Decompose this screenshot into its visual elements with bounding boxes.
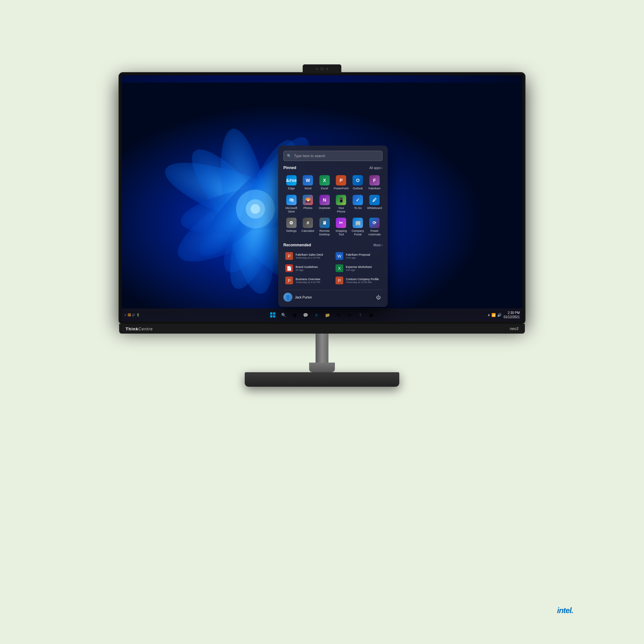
taskbar-extra-icon[interactable]: ▣ xyxy=(366,310,376,320)
word-label: Word xyxy=(305,187,311,190)
company-label: Company Portal xyxy=(350,229,365,236)
taskbar-edge-icon[interactable]: e xyxy=(312,310,321,320)
snipping-icon: ✂ xyxy=(336,218,346,228)
rec-time: Yesterday at 1:15 PM xyxy=(296,256,330,259)
pinned-section: Pinned All apps › &#xeEdgeWWordXExcelPPo… xyxy=(283,166,383,238)
app-item-snipping[interactable]: ✂Snipping Tool xyxy=(333,216,349,238)
phone-icon: 📱 xyxy=(336,195,346,205)
excel-label: Excel xyxy=(321,187,328,190)
date-display: 01/12/2021 xyxy=(504,315,520,319)
recommended-item[interactable]: XExpense Worksheet12h ago xyxy=(334,263,383,274)
recommended-item[interactable]: 📄Brand Guidelines2h ago xyxy=(283,263,332,274)
app-item-fabrikam[interactable]: FFabrikam xyxy=(366,173,383,192)
fabrikam-label: Fabrikam xyxy=(368,187,381,190)
pinned-label: Pinned xyxy=(283,166,296,170)
monitor-bezel: 🔍 Type here to search Pinned All apps › … xyxy=(119,73,525,324)
rec-title: Business Overview xyxy=(296,278,330,281)
rec-text-block: Contoso Company ProfileYesterday at 10:5… xyxy=(346,278,381,284)
taskbar-widgets-button[interactable]: ▦ xyxy=(290,310,299,320)
app-item-outlook[interactable]: OOutlook xyxy=(350,173,365,192)
svg-point-11 xyxy=(251,204,260,214)
rec-time: Yesterday at 4:24 PM xyxy=(296,281,330,284)
settings-icon: ⚙ xyxy=(286,218,297,228)
power-button[interactable]: ⏻ xyxy=(374,293,383,301)
rec-title: Expense Worksheet xyxy=(346,265,381,269)
app-item-photos[interactable]: 🌄Photos xyxy=(300,193,316,215)
windows-start-button[interactable] xyxy=(268,310,278,320)
app-item-whiteboard[interactable]: 🖊Whiteboard xyxy=(366,193,383,215)
snipping-label: Snipping Tool xyxy=(334,229,348,236)
taskbar-right: ∧ 📶 🔊 2:30 PM 01/12/2021 xyxy=(488,311,520,319)
user-name: Jack Purton xyxy=(295,296,312,299)
onenote-icon: N xyxy=(319,195,330,205)
taskbar-left: ∧ 📶 🔊 🔋 xyxy=(124,313,189,317)
powerpoint-icon: P xyxy=(336,175,346,185)
all-apps-link[interactable]: All apps › xyxy=(369,166,383,170)
store-label: Microsoft Store xyxy=(284,206,298,213)
rec-time: 17m ago xyxy=(346,256,381,259)
rec-file-icon: X xyxy=(336,264,343,272)
store-icon: 🛍 xyxy=(286,195,297,205)
rec-time: 12h ago xyxy=(346,269,381,271)
app-item-settings[interactable]: ⚙Settings xyxy=(283,216,299,238)
monitor-screen: 🔍 Type here to search Pinned All apps › … xyxy=(122,75,522,321)
rec-title: Fabrikam Proposal xyxy=(346,253,381,256)
whiteboard-icon: 🖊 xyxy=(369,195,380,205)
recommended-item[interactable]: WFabrikam Proposal17m ago xyxy=(334,251,383,261)
edge-label: Edge xyxy=(288,187,295,190)
app-item-todo[interactable]: ✓To Do xyxy=(350,193,365,215)
automate-label: Power Automate xyxy=(367,229,382,236)
rec-text-block: Expense Worksheet12h ago xyxy=(346,265,381,271)
taskbar-chat-button[interactable]: 💬 xyxy=(301,310,310,320)
taskbar-teams-icon[interactable]: T xyxy=(355,310,365,320)
more-btn[interactable]: More › xyxy=(374,243,383,247)
taskbar-store-icon[interactable]: 🛍 xyxy=(345,310,354,320)
taskbar-mail-icon[interactable]: ✉ xyxy=(334,310,343,320)
recommended-item[interactable]: PFabrikam Sales DeckYesterday at 1:15 PM xyxy=(283,251,332,261)
rec-title: Contoso Company Profile xyxy=(346,278,381,281)
app-item-edge[interactable]: &#xeEdge xyxy=(283,173,299,192)
rec-file-icon: W xyxy=(336,252,343,260)
rec-title: Brand Guidelines xyxy=(296,265,330,269)
app-item-automate[interactable]: ⟳Power Automate xyxy=(366,216,383,238)
recommended-item[interactable]: PContoso Company ProfileYesterday at 10:… xyxy=(334,275,383,286)
user-info[interactable]: 👤 Jack Purton xyxy=(283,293,312,302)
recommended-item[interactable]: PBusiness OverviewYesterday at 4:24 PM xyxy=(283,275,332,286)
app-item-calculator[interactable]: #Calculator xyxy=(300,216,316,238)
calculator-icon: # xyxy=(303,218,313,228)
app-item-onenote[interactable]: NOneNote xyxy=(317,193,332,215)
rec-time: 2h ago xyxy=(296,269,330,271)
thinkcentre-logo: ThinkCentre xyxy=(126,327,153,331)
monitor-stand-base xyxy=(245,372,399,387)
fabrikam-icon: F xyxy=(369,175,380,185)
rec-file-icon: P xyxy=(336,277,343,284)
settings-label: Settings xyxy=(286,229,297,233)
taskbar-search-button[interactable]: 🔍 xyxy=(279,310,289,320)
app-item-powerpoint[interactable]: PPowerPoint xyxy=(333,173,349,192)
app-item-excel[interactable]: XExcel xyxy=(317,173,332,192)
rec-file-icon: P xyxy=(285,252,293,260)
rec-text-block: Business OverviewYesterday at 4:24 PM xyxy=(296,278,330,284)
onenote-label: OneNote xyxy=(319,206,330,210)
app-item-store[interactable]: 🛍Microsoft Store xyxy=(283,193,299,215)
monitor-stand-neck xyxy=(316,334,328,372)
rec-file-icon: P xyxy=(285,277,293,284)
search-bar[interactable]: 🔍 Type here to search xyxy=(283,151,383,161)
taskbar-file-icon[interactable]: 📁 xyxy=(323,310,332,320)
time-display: 2:30 PM xyxy=(504,311,520,315)
app-item-company[interactable]: 🏢Company Portal xyxy=(350,216,365,238)
photos-label: Photos xyxy=(303,206,312,210)
todo-label: To Do xyxy=(354,206,362,210)
remote-icon: 🖥 xyxy=(319,218,330,228)
app-item-word[interactable]: WWord xyxy=(300,173,316,192)
rec-text-block: Fabrikam Proposal17m ago xyxy=(346,253,381,259)
photos-icon: 🌄 xyxy=(303,195,313,205)
rec-title: Fabrikam Sales Deck xyxy=(296,253,330,256)
webcam-indicator-dot xyxy=(316,68,318,70)
app-item-remote[interactable]: 🖥Remote Desktop xyxy=(317,216,332,238)
search-icon: 🔍 xyxy=(287,154,291,158)
rec-time: Yesterday at 10:50 AM xyxy=(346,281,381,284)
avatar: 👤 xyxy=(283,293,292,302)
monitor-bottom-bar: ThinkCentre neo3 xyxy=(119,324,525,334)
app-item-phone[interactable]: 📱Your Phone xyxy=(333,193,349,215)
